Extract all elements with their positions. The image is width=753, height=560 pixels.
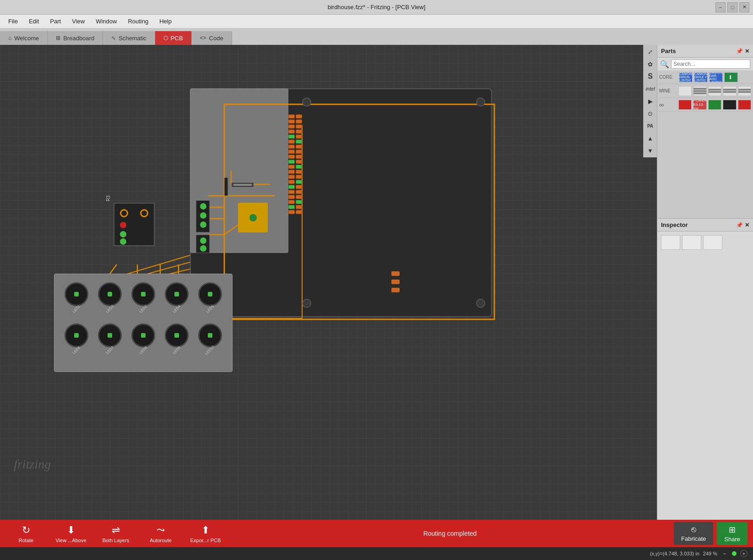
lc-pad3 bbox=[120, 238, 126, 245]
led8 bbox=[131, 323, 155, 347]
parts-close-icon[interactable]: ✕ bbox=[745, 48, 749, 54]
led4 bbox=[165, 282, 189, 306]
view-above-button[interactable]: ⬇ View ...Above bbox=[50, 522, 92, 545]
jp2-pad1 bbox=[200, 237, 206, 244]
search-input[interactable] bbox=[671, 59, 750, 69]
sidebar-link-icon[interactable]: ⤢ bbox=[645, 46, 656, 58]
export-label: Expor...r PCB bbox=[190, 538, 221, 543]
menu-window[interactable]: Window bbox=[91, 16, 121, 27]
pcb-hole-bl bbox=[302, 299, 311, 308]
view-above-label: View ...Above bbox=[55, 538, 86, 543]
search-icon: 🔍 bbox=[660, 60, 669, 69]
parts-list: CORE CAMIONDIRONL297DC CAMIONDIOLE YL297… bbox=[657, 70, 753, 218]
rpi-connector bbox=[288, 114, 302, 214]
sidebar-pa-icon[interactable]: PA bbox=[645, 120, 656, 132]
tab-code[interactable]: <> Code bbox=[192, 31, 232, 45]
layers-label: Both Layers bbox=[103, 538, 130, 543]
sidebar-up-icon[interactable]: ▲ bbox=[645, 132, 656, 144]
sidebar-play-icon[interactable]: ▶ bbox=[645, 95, 656, 107]
menu-part[interactable]: Part bbox=[45, 16, 65, 27]
fabricate-button[interactable]: ⎋ Fabricate bbox=[674, 522, 713, 545]
tab-bar: ⌂ Welcome ⊞ Breadboard ∿ Schematic ⬡ PCB… bbox=[0, 28, 753, 45]
r1-component bbox=[224, 178, 228, 196]
mine-thumb4[interactable] bbox=[723, 86, 736, 96]
jp1-pad1 bbox=[200, 203, 206, 210]
inspector-close-icon[interactable]: ✕ bbox=[745, 222, 749, 228]
tab-pcb[interactable]: ⬡ PCB bbox=[155, 31, 192, 45]
core-thumb3[interactable]: CAMIONDAR-AGOL297DC bbox=[709, 72, 723, 82]
layers-icon: ⇌ bbox=[112, 524, 120, 536]
zoom-out-button[interactable]: − bbox=[721, 550, 728, 557]
routing-status: Routing completed bbox=[230, 530, 670, 537]
left-connector bbox=[114, 203, 155, 246]
menu-routing[interactable]: Routing bbox=[123, 16, 153, 27]
sidebar-down-icon[interactable]: ▼ bbox=[645, 145, 656, 156]
menu-file[interactable]: File bbox=[4, 16, 22, 27]
parts-row-inf: ∞ POWERB3-12-3W bbox=[657, 98, 753, 112]
fabricate-icon: ⎋ bbox=[691, 525, 696, 534]
inf-thumb2[interactable]: POWERB3-12-3W bbox=[693, 100, 706, 110]
share-icon: ⊞ bbox=[729, 525, 736, 535]
fabricate-label: Fabricate bbox=[681, 535, 706, 542]
rotate-button[interactable]: ↻ Rotate bbox=[5, 522, 47, 545]
led1 bbox=[65, 282, 88, 306]
share-label: Share bbox=[724, 536, 740, 543]
inspector-pin-icon[interactable]: 📌 bbox=[736, 222, 743, 228]
lc-circle2 bbox=[140, 209, 148, 217]
core-label: CORE bbox=[659, 75, 677, 80]
minimize-button[interactable]: − bbox=[715, 2, 726, 12]
led3 bbox=[131, 282, 155, 306]
menu-view[interactable]: View bbox=[67, 16, 89, 27]
pcb-canvas[interactable]: fritzing bbox=[0, 45, 657, 520]
maximize-button[interactable]: □ bbox=[727, 2, 737, 12]
inspector-title: Inspector bbox=[661, 221, 688, 228]
menu-help[interactable]: Help bbox=[155, 16, 176, 27]
pcb-hole-br bbox=[476, 299, 485, 308]
sidebar-seeed-icon[interactable]: S bbox=[645, 70, 656, 82]
inf-thumb1[interactable] bbox=[678, 100, 692, 110]
parts-pin-icon[interactable]: 📌 bbox=[736, 48, 743, 54]
sidebar-loop-icon[interactable]: ⊙ bbox=[645, 108, 656, 119]
tab-welcome[interactable]: ⌂ Welcome bbox=[0, 31, 48, 45]
core-thumb1[interactable]: CAMIONDIRONL297DC bbox=[679, 72, 693, 82]
sidebar-fritzing-icon[interactable]: ✿ bbox=[645, 58, 656, 70]
welcome-icon: ⌂ bbox=[8, 35, 11, 41]
jp1-pad3 bbox=[200, 221, 206, 228]
core-thumb2[interactable]: CAMIONDIOLE YL297DC bbox=[694, 72, 708, 82]
inspector-box3 bbox=[703, 235, 722, 250]
core-thumb4[interactable]: ▌ bbox=[724, 72, 738, 82]
led7 bbox=[98, 323, 122, 347]
mine-thumb3[interactable] bbox=[708, 86, 721, 96]
jp1-connector bbox=[196, 200, 210, 232]
autoroute-button[interactable]: ⤳ Autoroute bbox=[140, 522, 181, 545]
both-layers-button[interactable]: ⇌ Both Layers bbox=[95, 522, 136, 545]
pcb-area[interactable]: fritzing bbox=[0, 45, 657, 520]
led2 bbox=[98, 282, 122, 306]
share-button[interactable]: ⊞ Share bbox=[717, 522, 748, 545]
menu-bar: File Edit Part View Window Routing Help bbox=[0, 15, 753, 28]
mine-thumb5[interactable] bbox=[738, 86, 751, 96]
close-button[interactable]: ✕ bbox=[739, 2, 749, 12]
tab-breadboard[interactable]: ⊞ Breadboard bbox=[48, 31, 103, 45]
sidebar-intel-icon[interactable]: intel bbox=[645, 83, 656, 95]
fritzing-logo: fritzing bbox=[14, 457, 51, 472]
mine-thumb2[interactable] bbox=[693, 86, 706, 96]
zoom-slider-dot[interactable] bbox=[732, 551, 737, 556]
export-pcb-button[interactable]: ⬆ Expor...r PCB bbox=[185, 522, 226, 545]
mine-thumb1[interactable] bbox=[678, 86, 692, 96]
rotate-icon: ↻ bbox=[22, 524, 30, 536]
parts-sidebar-icons: ⤢ ✿ S intel ▶ ⊙ PA ▲ ▼ bbox=[643, 45, 657, 157]
pcb-icon: ⬡ bbox=[163, 35, 168, 41]
bottom-toolbar: ↻ Rotate ⬇ View ...Above ⇌ Both Layers ⤳… bbox=[0, 520, 753, 547]
zoom-in-button[interactable]: + bbox=[740, 550, 748, 557]
menu-edit[interactable]: Edit bbox=[24, 16, 43, 27]
right-panel: Parts 📌 ✕ 🔍 CORE CAMIONDIRONL297DC CAMIO… bbox=[657, 45, 753, 520]
tab-schematic[interactable]: ∿ Schematic bbox=[103, 31, 155, 45]
autoroute-label: Autoroute bbox=[150, 538, 172, 543]
title-bar: birdhouse.fzz* - Fritzing - [PCB View] −… bbox=[0, 0, 753, 15]
inf-thumb3[interactable] bbox=[708, 100, 721, 110]
inf-thumb4[interactable] bbox=[723, 100, 736, 110]
inspector-box2 bbox=[682, 235, 701, 250]
inf-thumb5[interactable] bbox=[738, 100, 751, 110]
inspector-panel: Inspector 📌 ✕ bbox=[657, 219, 753, 520]
